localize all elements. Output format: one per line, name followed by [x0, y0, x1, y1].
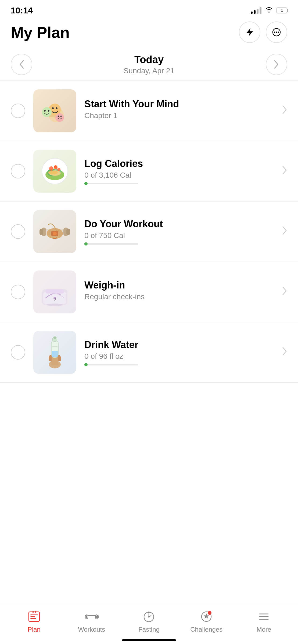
plan-list: Start With Your Mind Chapter 1 — [0, 81, 298, 383]
chevron-right-icon — [282, 165, 287, 177]
svg-point-11 — [55, 113, 64, 122]
svg-rect-42 — [52, 351, 58, 357]
svg-rect-50 — [30, 616, 35, 617]
list-item[interactable]: Do Your Workout 0 of 750 Cal — [0, 202, 298, 262]
water-progress-bar — [84, 364, 138, 365]
item-title-calories: Log Calories — [84, 158, 274, 169]
item-title-mind: Start With Your Mind — [84, 98, 274, 110]
next-day-button[interactable] — [266, 54, 287, 75]
challenges-nav-label: Challenges — [190, 626, 222, 633]
plan-nav-label: Plan — [28, 626, 41, 633]
svg-point-19 — [54, 165, 58, 169]
chat-button[interactable] — [266, 21, 287, 43]
svg-rect-49 — [30, 614, 38, 615]
list-item[interactable]: 0 Weigh-in Regular check-ins — [0, 262, 298, 322]
item-subtitle-weigh: Regular check-ins — [84, 292, 274, 301]
item-checkbox-mind[interactable] — [11, 104, 25, 118]
svg-point-6 — [52, 107, 54, 109]
header-actions — [239, 21, 287, 43]
item-thumbnail-weigh: 0 — [33, 270, 76, 313]
chevron-right-icon — [282, 286, 287, 298]
chevron-right-icon — [282, 226, 287, 237]
svg-point-63 — [148, 616, 150, 618]
list-item[interactable]: Start With Your Mind Chapter 1 — [0, 81, 298, 141]
item-thumbnail-mind — [33, 89, 76, 132]
signal-icon — [251, 7, 261, 14]
prev-day-button[interactable] — [11, 54, 32, 75]
svg-point-34 — [47, 303, 63, 306]
status-time: 10:14 — [11, 6, 33, 16]
nav-item-workouts[interactable]: Workouts — [63, 610, 120, 633]
svg-rect-52 — [33, 611, 34, 613]
svg-point-8 — [42, 107, 52, 117]
svg-point-30 — [53, 232, 57, 235]
item-title-workout: Do Your Workout — [84, 218, 274, 230]
challenges-nav-icon — [199, 610, 213, 624]
date-display: Today Sunday, Apr 21 — [124, 54, 174, 75]
nav-item-challenges[interactable]: Challenges — [178, 610, 235, 633]
fasting-nav-icon — [142, 610, 156, 624]
wifi-icon — [265, 7, 273, 14]
svg-point-7 — [56, 107, 58, 109]
svg-rect-46 — [49, 356, 51, 361]
svg-point-9 — [44, 110, 46, 112]
svg-rect-43 — [52, 346, 58, 347]
svg-rect-26 — [40, 229, 43, 235]
svg-point-22 — [48, 171, 58, 174]
more-nav-icon — [257, 610, 271, 624]
chevron-right-icon — [282, 105, 287, 117]
item-thumbnail-calories — [33, 150, 76, 193]
today-label: Today — [124, 54, 174, 65]
chevron-right-icon — [282, 346, 287, 358]
workouts-nav-icon — [85, 610, 99, 624]
date-navigation: Today Sunday, Apr 21 — [0, 48, 298, 81]
item-subtitle-mind: Chapter 1 — [84, 111, 274, 120]
svg-rect-51 — [30, 618, 36, 619]
item-checkbox-weigh[interactable] — [11, 285, 25, 299]
svg-point-12 — [58, 116, 59, 117]
more-nav-label: More — [257, 626, 271, 633]
status-icons: 1 — [251, 7, 287, 14]
workouts-nav-label: Workouts — [78, 626, 105, 633]
nav-item-fasting[interactable]: Fasting — [120, 610, 178, 633]
plan-nav-icon — [27, 610, 41, 624]
svg-point-3 — [278, 32, 279, 33]
svg-point-10 — [48, 110, 49, 112]
item-checkbox-water[interactable] — [11, 345, 25, 360]
svg-rect-54 — [87, 616, 96, 618]
page-title: My Plan — [11, 23, 70, 41]
date-label: Sunday, Apr 21 — [124, 67, 174, 75]
svg-point-18 — [49, 166, 53, 171]
item-title-weigh: Weigh-in — [84, 280, 274, 291]
svg-point-13 — [60, 116, 62, 117]
item-info-mind: Start With Your Mind Chapter 1 — [84, 98, 274, 123]
header: My Plan — [0, 19, 298, 48]
item-thumbnail-workout — [33, 210, 76, 253]
item-title-water: Drink Water — [84, 339, 274, 350]
svg-point-2 — [276, 32, 277, 33]
item-info-workout: Do Your Workout 0 of 750 Cal — [84, 218, 274, 245]
svg-rect-36 — [45, 289, 64, 294]
svg-rect-27 — [66, 229, 70, 235]
battery-icon: 1 — [277, 8, 287, 13]
bottom-navigation: Plan Workouts Fasting — [0, 604, 298, 644]
svg-rect-53 — [35, 611, 36, 613]
item-subtitle-workout: 0 of 750 Cal — [84, 231, 274, 240]
svg-text:0: 0 — [54, 297, 56, 301]
lightning-button[interactable] — [239, 21, 260, 43]
list-item[interactable]: Log Calories 0 of 3,106 Cal — [0, 141, 298, 202]
svg-point-20 — [57, 168, 60, 171]
item-info-water: Drink Water 0 of 96 fl oz — [84, 339, 274, 365]
item-subtitle-calories: 0 of 3,106 Cal — [84, 171, 274, 180]
item-subtitle-water: 0 of 96 fl oz — [84, 352, 274, 361]
svg-point-65 — [208, 611, 211, 615]
item-info-weigh: Weigh-in Regular check-ins — [84, 280, 274, 304]
item-checkbox-workout[interactable] — [11, 224, 25, 239]
fasting-nav-label: Fasting — [138, 626, 160, 633]
item-checkbox-calories[interactable] — [11, 164, 25, 178]
svg-rect-41 — [53, 336, 56, 339]
list-item[interactable]: Drink Water 0 of 96 fl oz — [0, 322, 298, 383]
status-bar: 10:14 1 — [0, 0, 298, 19]
nav-item-plan[interactable]: Plan — [5, 610, 63, 633]
nav-item-more[interactable]: More — [235, 610, 293, 633]
